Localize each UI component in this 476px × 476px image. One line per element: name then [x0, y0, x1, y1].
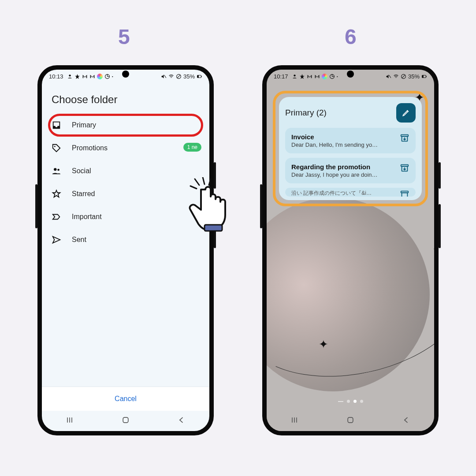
- svg-rect-7: [201, 76, 202, 77]
- svg-point-0: [69, 74, 71, 76]
- folder-label: Primary: [72, 121, 200, 129]
- svg-point-10: [57, 169, 60, 171]
- inbox-icon: [52, 120, 61, 130]
- pie-icon: [329, 74, 335, 79]
- compose-button[interactable]: [396, 103, 416, 123]
- svg-point-9: [54, 168, 56, 171]
- nav-recents-icon[interactable]: [290, 416, 299, 426]
- battery-pct: 35%: [408, 73, 420, 80]
- folder-label: Promotions: [72, 144, 200, 152]
- people-icon: [52, 166, 61, 176]
- svg-rect-11: [123, 417, 128, 423]
- clock: 10:13: [49, 73, 63, 80]
- folder-count: 2: [196, 213, 200, 220]
- pie-icon: [104, 74, 110, 79]
- email-item[interactable]: Regarding the promotion Dear Jassy, I ho…: [285, 158, 416, 183]
- svg-rect-25: [402, 193, 408, 197]
- email-preview: Dear Dan, Hello, I'm sending yo…: [291, 141, 395, 148]
- account-icon: [67, 74, 73, 79]
- email-subject: 沿い 記事作成の件について『&i…: [291, 190, 395, 197]
- nav-back-icon[interactable]: [402, 416, 411, 426]
- gmail-widget[interactable]: Primary (2) Invoice Dear Dan, Hello, I'm…: [279, 97, 422, 200]
- nav-home-icon[interactable]: [346, 416, 355, 426]
- pencil-icon: [402, 108, 410, 117]
- sparkle-icon: ✦: [319, 338, 328, 351]
- tag-icon: [52, 143, 61, 153]
- svg-point-12: [294, 74, 295, 76]
- folder-row-promotions[interactable]: Promotions 1 ne: [42, 137, 209, 160]
- email-item[interactable]: Invoice Dear Dan, Hello, I'm sending yo…: [285, 128, 416, 153]
- svg-point-8: [54, 146, 56, 147]
- svg-line-4: [177, 74, 181, 78]
- svg-rect-18: [422, 75, 424, 77]
- android-nav-bar: [42, 411, 209, 431]
- widget-highlight: Primary (2) Invoice Dear Dan, Hello, I'm…: [273, 91, 428, 206]
- mail-m2-icon: [314, 74, 320, 79]
- svg-rect-6: [197, 75, 199, 77]
- star-icon: [299, 74, 305, 79]
- archive-icon[interactable]: [400, 163, 409, 173]
- mail-m2-icon: [89, 74, 95, 79]
- page-indicator: [267, 400, 434, 403]
- email-preview: Dear Jassy, I hope you are doin…: [291, 171, 395, 178]
- step-number-5: 5: [118, 25, 130, 49]
- phone-frame-right: ✦ ✦ 10:17 · 35%: [262, 65, 439, 435]
- folder-label: Starred: [72, 190, 200, 198]
- no-signal-icon: [401, 74, 406, 79]
- battery-pct: 35%: [183, 73, 195, 80]
- nav-back-icon[interactable]: [177, 416, 186, 426]
- mail-m-icon: [307, 74, 312, 79]
- wifi-icon: [393, 74, 399, 79]
- new-badge: 1 ne: [183, 143, 201, 152]
- email-subject: Regarding the promotion: [291, 163, 395, 171]
- svg-line-14: [389, 75, 391, 78]
- app-color-icon: [322, 74, 327, 79]
- svg-rect-19: [426, 76, 427, 77]
- account-icon: [292, 74, 298, 79]
- wifi-icon: [168, 74, 174, 79]
- archive-icon[interactable]: [400, 190, 409, 197]
- email-subject: Invoice: [291, 133, 395, 141]
- phone-frame-left: 10:13 · 35% Choose folder: [37, 65, 214, 435]
- star-icon: [74, 74, 80, 79]
- clock: 10:17: [274, 73, 288, 80]
- nav-recents-icon[interactable]: [65, 416, 74, 426]
- folder-row-important[interactable]: Important 2: [42, 205, 209, 228]
- page-title: Choose folder: [42, 90, 209, 114]
- cancel-button[interactable]: Cancel: [115, 395, 137, 403]
- mute-icon: [161, 74, 167, 79]
- front-camera-icon: [347, 71, 354, 78]
- step-number-6: 6: [345, 25, 357, 49]
- front-camera-icon: [122, 71, 129, 78]
- svg-rect-26: [348, 417, 353, 423]
- app-color-icon: [97, 74, 103, 79]
- svg-line-16: [402, 74, 405, 78]
- android-nav-bar: [267, 411, 434, 431]
- folder-row-social[interactable]: Social: [42, 160, 209, 182]
- battery-icon: [197, 74, 202, 79]
- folder-label: Sent: [72, 236, 200, 244]
- folder-row-starred[interactable]: Starred: [42, 182, 209, 205]
- send-icon: [52, 235, 61, 245]
- folder-row-primary[interactable]: Primary: [42, 114, 209, 137]
- folder-row-sent[interactable]: Sent: [42, 228, 209, 251]
- svg-line-2: [164, 75, 166, 78]
- widget-title: Primary (2): [285, 108, 327, 118]
- nav-home-icon[interactable]: [121, 416, 130, 426]
- folder-label: Social: [72, 167, 200, 175]
- no-signal-icon: [176, 74, 182, 79]
- mute-icon: [386, 74, 391, 79]
- email-item-truncated[interactable]: 沿い 記事作成の件について『&i…: [285, 188, 416, 197]
- archive-icon[interactable]: [400, 133, 409, 143]
- mail-m-icon: [82, 74, 88, 79]
- star-outline-icon: [52, 189, 61, 199]
- battery-icon: [421, 74, 427, 79]
- folder-label: Important: [72, 213, 186, 221]
- important-icon: [52, 212, 61, 222]
